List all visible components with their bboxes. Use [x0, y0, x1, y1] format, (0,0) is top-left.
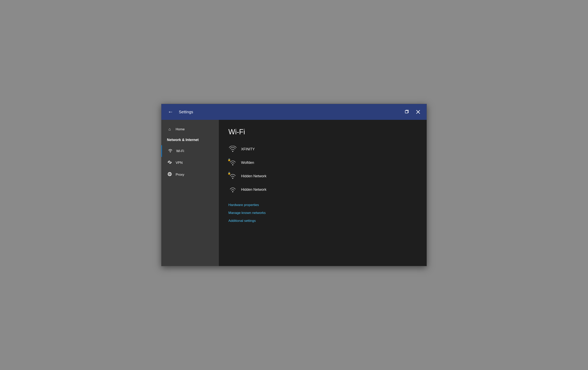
svg-rect-0	[405, 110, 408, 113]
svg-point-15	[232, 191, 233, 192]
vpn-icon	[167, 160, 172, 165]
network-name-hidden1: Hidden Network	[241, 174, 266, 178]
network-item-wolfden[interactable]: 🔒 Wolfden	[228, 156, 417, 169]
sidebar-section-label: Network & Internet	[167, 138, 199, 142]
sidebar-vpn-label: VPN	[176, 161, 183, 165]
lock-icon-wolfden: 🔒	[228, 158, 231, 161]
svg-point-5	[168, 162, 168, 163]
page-title: Wi-Fi	[228, 128, 417, 136]
restore-button[interactable]	[403, 109, 410, 115]
sidebar-section-network: Network & Internet	[161, 135, 219, 145]
sidebar-wifi-label: Wi-Fi	[176, 149, 184, 153]
wifi-icon-wrap-wolfden: 🔒	[228, 159, 237, 167]
network-list: XFINITY 🔒 Wolfden	[228, 142, 417, 196]
network-item-xfinity[interactable]: XFINITY	[228, 142, 417, 156]
main-content: Wi-Fi XFINITY	[219, 120, 427, 266]
network-name-hidden2: Hidden Network	[241, 188, 266, 192]
sidebar: ⌂ Home Network & Internet Wi-Fi	[161, 120, 219, 266]
close-icon	[416, 110, 420, 114]
svg-point-12	[232, 151, 233, 152]
restore-icon	[404, 110, 409, 114]
wifi-signal-icon-hidden2	[229, 186, 237, 193]
sidebar-item-proxy[interactable]: Proxy	[161, 169, 219, 181]
window-title: Settings	[179, 110, 403, 114]
proxy-icon	[167, 172, 172, 178]
svg-point-13	[232, 164, 233, 165]
hardware-properties-link[interactable]: Hardware properties	[228, 202, 417, 208]
titlebar: ← Settings	[161, 104, 427, 120]
sidebar-proxy-label: Proxy	[176, 173, 184, 177]
back-button[interactable]: ←	[166, 108, 175, 116]
wifi-signal-icon-xfinity	[229, 146, 237, 152]
sidebar-home-label: Home	[176, 127, 185, 131]
wifi-icon-wrap-hidden1: 🔒	[228, 172, 237, 180]
close-button[interactable]	[414, 109, 422, 115]
wifi-icon-wrap-hidden2	[228, 186, 237, 193]
network-name-wolfden: Wolfden	[241, 161, 254, 165]
svg-point-14	[232, 178, 233, 179]
home-icon: ⌂	[167, 127, 172, 131]
window-body: ⌂ Home Network & Internet Wi-Fi	[161, 120, 427, 266]
sidebar-item-vpn[interactable]: VPN	[161, 157, 219, 169]
network-name-xfinity: XFINITY	[241, 147, 255, 151]
settings-window: ← Settings ⌂ Home	[161, 104, 427, 266]
lock-icon-hidden1: 🔒	[228, 172, 231, 175]
sidebar-item-wifi[interactable]: Wi-Fi	[161, 145, 219, 157]
wifi-icon-wrap-xfinity	[228, 145, 237, 153]
additional-settings-link[interactable]: Additional settings	[228, 218, 417, 224]
window-controls	[403, 109, 422, 115]
network-item-hidden2[interactable]: Hidden Network	[228, 183, 417, 196]
svg-point-3	[170, 151, 171, 152]
svg-point-4	[169, 161, 170, 163]
network-item-hidden1[interactable]: 🔒 Hidden Network	[228, 169, 417, 183]
svg-point-6	[171, 162, 172, 163]
wifi-nav-icon	[168, 148, 173, 154]
links-section: Hardware properties Manage known network…	[228, 202, 417, 224]
manage-known-networks-link[interactable]: Manage known networks	[228, 210, 417, 216]
sidebar-item-home[interactable]: ⌂ Home	[161, 124, 219, 135]
